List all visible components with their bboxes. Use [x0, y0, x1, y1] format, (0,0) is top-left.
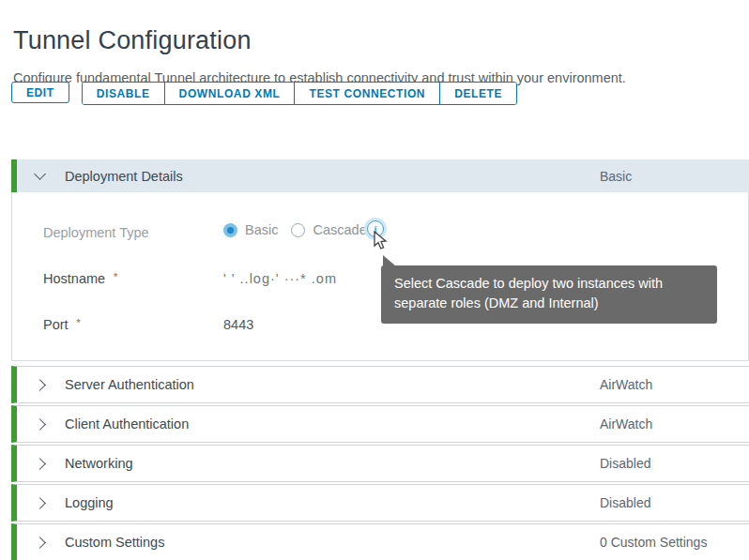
- page-title: Tunnel Configuration: [13, 26, 252, 55]
- chevron-right-icon: [34, 537, 46, 549]
- mouse-cursor-icon: [373, 231, 390, 251]
- radio-cascade[interactable]: [291, 223, 305, 237]
- chevron-right-icon: [34, 379, 46, 391]
- download-xml-button[interactable]: DOWNLOAD XML: [164, 83, 295, 104]
- section-header-deployment-details[interactable]: Deployment Details Basic: [11, 159, 749, 192]
- port-label: Port*: [43, 317, 81, 332]
- action-button-group: DISABLE DOWNLOAD XML TEST CONNECTION DEL…: [82, 82, 517, 105]
- required-asterisk: *: [114, 271, 117, 282]
- section-summary-value: Disabled: [600, 446, 650, 481]
- radio-basic[interactable]: [223, 223, 237, 237]
- chevron-right-icon: [34, 497, 46, 509]
- radio-dot: [227, 227, 234, 234]
- section-header-logging[interactable]: Logging Disabled: [11, 484, 749, 522]
- chevron-right-icon: [34, 418, 46, 431]
- collapsed-sections: Server Authentication AirWatch Client Au…: [11, 366, 749, 560]
- section-header-client-authentication[interactable]: Client Authentication AirWatch: [11, 405, 749, 443]
- action-toolbar: EDIT DISABLE DOWNLOAD XML TEST CONNECTIO…: [11, 82, 517, 105]
- section-summary-value: Basic: [600, 159, 632, 192]
- test-connection-button[interactable]: TEST CONNECTION: [294, 83, 439, 104]
- section-summary-value: AirWatch: [600, 406, 652, 442]
- deployment-details-panel: Deployment Type Basic Cascade i Hostname…: [11, 192, 749, 361]
- cascade-tooltip: Select Cascade to deploy two instances w…: [381, 265, 717, 324]
- radio-basic-label[interactable]: Basic: [245, 222, 278, 237]
- deployment-type-radio-group: Basic Cascade: [223, 222, 380, 237]
- deployment-type-label: Deployment Type: [43, 225, 149, 240]
- radio-cascade-label[interactable]: Cascade: [313, 222, 366, 237]
- section-summary-value: Disabled: [600, 485, 650, 521]
- hostname-value: ' ' ..log·' ···* .om: [223, 271, 337, 286]
- hostname-label: Hostname*: [43, 271, 117, 286]
- section-summary-value: 0 Custom Settings: [600, 524, 707, 560]
- chevron-right-icon: [34, 458, 46, 470]
- disable-button[interactable]: DISABLE: [83, 83, 164, 104]
- section-summary-value: AirWatch: [600, 367, 652, 402]
- chevron-down-icon: [34, 168, 46, 180]
- section-header-networking[interactable]: Networking Disabled: [11, 445, 749, 482]
- section-header-server-authentication[interactable]: Server Authentication AirWatch: [11, 366, 749, 403]
- port-value: 8443: [223, 317, 253, 332]
- required-asterisk: *: [77, 317, 81, 328]
- section-title: Deployment Details: [65, 169, 183, 184]
- tunnel-config-accordion: Deployment Details Basic Deployment Type…: [11, 159, 749, 560]
- edit-button[interactable]: EDIT: [11, 82, 69, 103]
- section-header-custom-settings[interactable]: Custom Settings 0 Custom Settings: [11, 523, 749, 560]
- delete-button[interactable]: DELETE: [439, 83, 516, 104]
